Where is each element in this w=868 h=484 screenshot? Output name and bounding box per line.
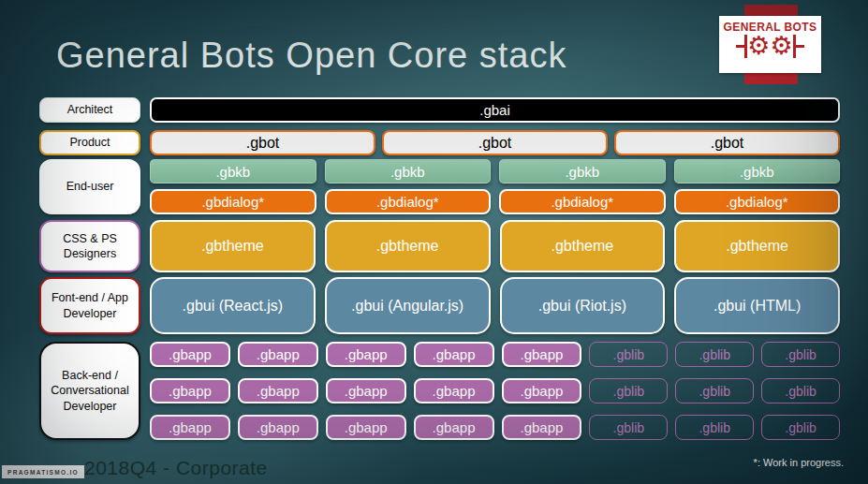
row-gbkb: .gbkb .gbkb .gbkb .gbkb — [150, 159, 840, 183]
gears-icon: ⚙ ⚙ — [736, 32, 803, 60]
role-label-architect: Architect — [39, 97, 140, 123]
stack-box-gbtheme: .gbtheme — [325, 220, 491, 272]
stack-box-gbai: .gbai — [150, 97, 840, 123]
stack-box-gbui-riot: .gbui (Riot.js) — [500, 277, 666, 334]
row-gbai: .gbai — [150, 97, 840, 123]
role-label-end-user: End-user — [39, 159, 140, 214]
stack-box-gbapp: .gbapp — [150, 342, 230, 367]
stack-box-gbtheme: .gbtheme — [500, 220, 666, 272]
stack-box-gbui-react: .gbui (React.js) — [150, 277, 316, 334]
row-backend-2: .gbapp .gbapp .gbapp .gbapp .gbapp .gbli… — [150, 378, 840, 403]
gear-icon: ⚙ — [747, 32, 770, 60]
gear-icon: ⚙ — [771, 32, 793, 60]
role-label-frontend-developer: Font-end / App Developer — [39, 277, 140, 334]
role-label-designers: CSS & PS Designers — [39, 220, 140, 272]
stack-box-gblib: .gblib — [589, 378, 668, 403]
stack-box-gbtheme: .gbtheme — [674, 220, 840, 272]
stack-box-gbapp: .gbapp — [326, 415, 406, 440]
role-label-product: Product — [39, 130, 140, 155]
page-title: General Bots Open Core stack — [56, 36, 566, 76]
stack-box-gbtheme: .gbtheme — [150, 220, 316, 272]
stack-box-gblib: .gblib — [761, 342, 840, 367]
work-in-progress-note: *: Work in progress. — [754, 457, 844, 468]
stack-box-gbapp: .gbapp — [414, 342, 494, 367]
stack-box-gbapp: .gbapp — [414, 415, 494, 440]
gear-line-right — [796, 45, 804, 48]
stack-box-gbapp: .gbapp — [326, 342, 406, 367]
stack-box-gbot: .gbot — [382, 130, 608, 155]
stack-box-gbapp: .gbapp — [502, 415, 582, 440]
stack-box-gblib: .gblib — [675, 378, 754, 403]
footer-caption: 2018Q4 - Corporate — [84, 457, 268, 479]
stack-box-gblib: .gblib — [589, 342, 668, 367]
stack-box-gbapp: .gbapp — [326, 378, 406, 403]
row-gbui: .gbui (React.js) .gbui (Angular.js) .gbu… — [150, 277, 840, 334]
stack-box-gbui-html: .gbui (HTML) — [674, 277, 840, 334]
stack-box-gblib: .gblib — [675, 342, 754, 367]
stack-box-gbapp: .gbapp — [502, 378, 582, 403]
stack-box-gbapp: .gbapp — [238, 415, 318, 440]
stack-box-gbapp: .gbapp — [150, 415, 230, 440]
stack-box-gbkb: .gbkb — [674, 159, 841, 183]
stack-box-gbdialog: .gbdialog* — [674, 189, 841, 214]
stack-diagram: Architect Product End-user CSS & PS Desi… — [39, 97, 840, 440]
row-backend-3: .gbapp .gbapp .gbapp .gbapp .gbapp .gbli… — [150, 415, 840, 440]
stack-box-gblib: .gblib — [761, 378, 840, 403]
stack-box-gbui-angular: .gbui (Angular.js) — [325, 277, 491, 334]
stack-box-gbapp: .gbapp — [502, 342, 582, 367]
gear-line-left — [736, 45, 744, 48]
stack-box-gbdialog: .gbdialog* — [499, 189, 666, 214]
row-gbot: .gbot .gbot .gbot — [150, 130, 840, 155]
pragmatismo-badge: PRAGMATISMO.IO — [2, 465, 84, 478]
stack-box-gbdialog: .gbdialog* — [150, 189, 316, 214]
stack-box-gbot: .gbot — [150, 130, 375, 155]
stack-box-gbapp: .gbapp — [238, 378, 318, 403]
stack-box-gbkb: .gbkb — [150, 159, 316, 183]
general-bots-logo: GENERAL BOTS ⚙ ⚙ — [719, 16, 821, 73]
stack-box-gbkb: .gbkb — [499, 159, 666, 183]
stack-box-gbkb: .gbkb — [325, 159, 492, 183]
stack-box-gblib: .gblib — [675, 415, 754, 440]
stack-box-gbapp: .gbapp — [238, 342, 318, 367]
row-gbdialog: .gbdialog* .gbdialog* .gbdialog* .gbdial… — [150, 189, 840, 214]
stack-box-gbapp: .gbapp — [150, 378, 230, 403]
stack-box-gblib: .gblib — [589, 415, 668, 440]
stack-box-gbdialog: .gbdialog* — [325, 189, 492, 214]
stack-box-gbot: .gbot — [614, 130, 840, 155]
slide: General Bots Open Core stack GENERAL BOT… — [0, 0, 868, 484]
stack-box-gbapp: .gbapp — [414, 378, 494, 403]
row-backend-1: .gbapp .gbapp .gbapp .gbapp .gbapp .gbli… — [150, 342, 840, 367]
role-label-backend-developer: Back-end / Conversational Developer — [39, 342, 140, 440]
stack-box-gblib: .gblib — [761, 415, 840, 440]
row-gbtheme: .gbtheme .gbtheme .gbtheme .gbtheme — [150, 220, 840, 272]
